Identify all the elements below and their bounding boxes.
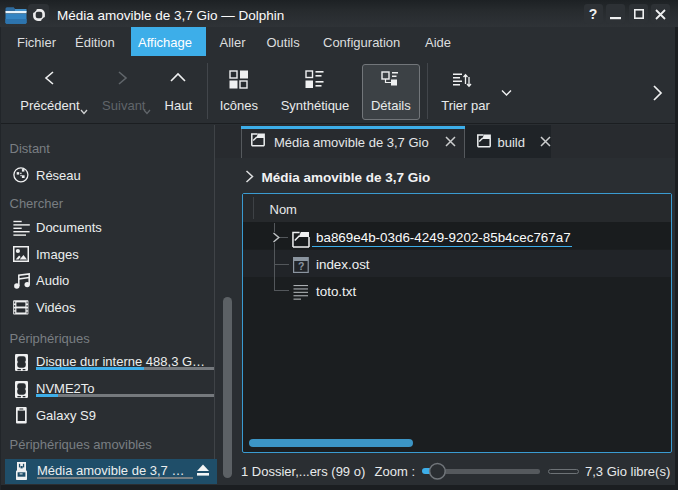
svg-text:?: ? (298, 260, 304, 272)
